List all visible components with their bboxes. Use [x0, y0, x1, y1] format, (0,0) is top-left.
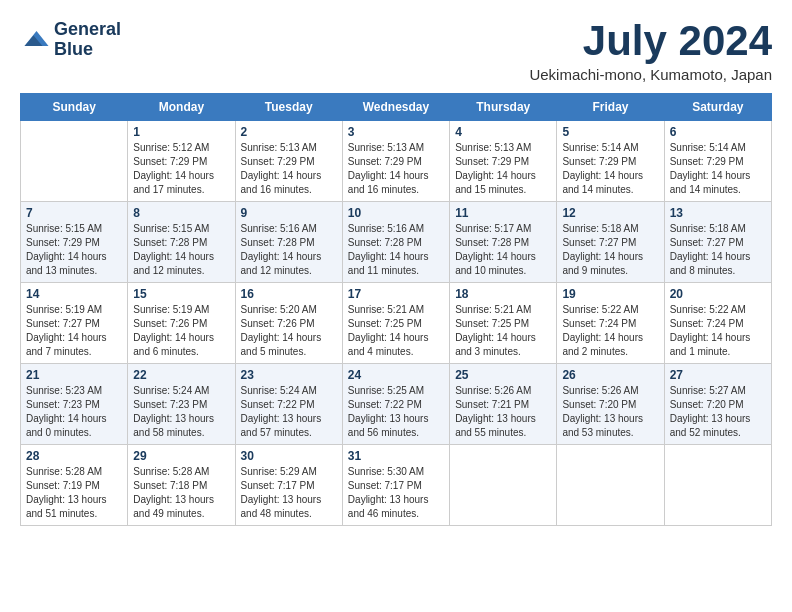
header-row: SundayMondayTuesdayWednesdayThursdayFrid…	[21, 94, 772, 121]
calendar-cell: 25Sunrise: 5:26 AM Sunset: 7:21 PM Dayli…	[450, 364, 557, 445]
day-info: Sunrise: 5:21 AM Sunset: 7:25 PM Dayligh…	[348, 303, 444, 359]
calendar-cell: 20Sunrise: 5:22 AM Sunset: 7:24 PM Dayli…	[664, 283, 771, 364]
day-number: 4	[455, 125, 551, 139]
header-day-friday: Friday	[557, 94, 664, 121]
calendar-cell: 14Sunrise: 5:19 AM Sunset: 7:27 PM Dayli…	[21, 283, 128, 364]
day-number: 13	[670, 206, 766, 220]
calendar-cell: 3Sunrise: 5:13 AM Sunset: 7:29 PM Daylig…	[342, 121, 449, 202]
day-number: 19	[562, 287, 658, 301]
calendar-cell: 8Sunrise: 5:15 AM Sunset: 7:28 PM Daylig…	[128, 202, 235, 283]
header-day-saturday: Saturday	[664, 94, 771, 121]
calendar-cell: 28Sunrise: 5:28 AM Sunset: 7:19 PM Dayli…	[21, 445, 128, 526]
day-number: 1	[133, 125, 229, 139]
header-day-wednesday: Wednesday	[342, 94, 449, 121]
day-info: Sunrise: 5:19 AM Sunset: 7:26 PM Dayligh…	[133, 303, 229, 359]
calendar-cell: 2Sunrise: 5:13 AM Sunset: 7:29 PM Daylig…	[235, 121, 342, 202]
header-day-thursday: Thursday	[450, 94, 557, 121]
day-info: Sunrise: 5:18 AM Sunset: 7:27 PM Dayligh…	[562, 222, 658, 278]
calendar-cell: 30Sunrise: 5:29 AM Sunset: 7:17 PM Dayli…	[235, 445, 342, 526]
week-row-3: 14Sunrise: 5:19 AM Sunset: 7:27 PM Dayli…	[21, 283, 772, 364]
calendar-cell: 17Sunrise: 5:21 AM Sunset: 7:25 PM Dayli…	[342, 283, 449, 364]
day-number: 3	[348, 125, 444, 139]
day-number: 17	[348, 287, 444, 301]
day-number: 24	[348, 368, 444, 382]
calendar-cell: 12Sunrise: 5:18 AM Sunset: 7:27 PM Dayli…	[557, 202, 664, 283]
calendar-cell: 7Sunrise: 5:15 AM Sunset: 7:29 PM Daylig…	[21, 202, 128, 283]
calendar-cell: 29Sunrise: 5:28 AM Sunset: 7:18 PM Dayli…	[128, 445, 235, 526]
calendar-table: SundayMondayTuesdayWednesdayThursdayFrid…	[20, 93, 772, 526]
day-number: 26	[562, 368, 658, 382]
calendar-cell	[664, 445, 771, 526]
title-section: July 2024 Uekimachi-mono, Kumamoto, Japa…	[529, 20, 772, 83]
header-day-monday: Monday	[128, 94, 235, 121]
day-number: 15	[133, 287, 229, 301]
day-info: Sunrise: 5:12 AM Sunset: 7:29 PM Dayligh…	[133, 141, 229, 197]
day-info: Sunrise: 5:24 AM Sunset: 7:22 PM Dayligh…	[241, 384, 337, 440]
day-number: 2	[241, 125, 337, 139]
day-number: 25	[455, 368, 551, 382]
day-info: Sunrise: 5:30 AM Sunset: 7:17 PM Dayligh…	[348, 465, 444, 521]
day-number: 31	[348, 449, 444, 463]
calendar-cell: 4Sunrise: 5:13 AM Sunset: 7:29 PM Daylig…	[450, 121, 557, 202]
calendar-cell: 16Sunrise: 5:20 AM Sunset: 7:26 PM Dayli…	[235, 283, 342, 364]
day-number: 16	[241, 287, 337, 301]
day-number: 12	[562, 206, 658, 220]
calendar-cell	[450, 445, 557, 526]
day-number: 20	[670, 287, 766, 301]
calendar-cell: 10Sunrise: 5:16 AM Sunset: 7:28 PM Dayli…	[342, 202, 449, 283]
day-info: Sunrise: 5:29 AM Sunset: 7:17 PM Dayligh…	[241, 465, 337, 521]
header-day-sunday: Sunday	[21, 94, 128, 121]
month-title: July 2024	[529, 20, 772, 62]
calendar-cell	[21, 121, 128, 202]
day-info: Sunrise: 5:13 AM Sunset: 7:29 PM Dayligh…	[348, 141, 444, 197]
header-day-tuesday: Tuesday	[235, 94, 342, 121]
day-info: Sunrise: 5:28 AM Sunset: 7:19 PM Dayligh…	[26, 465, 122, 521]
calendar-cell: 6Sunrise: 5:14 AM Sunset: 7:29 PM Daylig…	[664, 121, 771, 202]
calendar-cell: 18Sunrise: 5:21 AM Sunset: 7:25 PM Dayli…	[450, 283, 557, 364]
calendar-cell: 19Sunrise: 5:22 AM Sunset: 7:24 PM Dayli…	[557, 283, 664, 364]
week-row-2: 7Sunrise: 5:15 AM Sunset: 7:29 PM Daylig…	[21, 202, 772, 283]
calendar-cell: 27Sunrise: 5:27 AM Sunset: 7:20 PM Dayli…	[664, 364, 771, 445]
calendar-cell: 21Sunrise: 5:23 AM Sunset: 7:23 PM Dayli…	[21, 364, 128, 445]
day-number: 6	[670, 125, 766, 139]
calendar-cell: 1Sunrise: 5:12 AM Sunset: 7:29 PM Daylig…	[128, 121, 235, 202]
day-number: 29	[133, 449, 229, 463]
day-info: Sunrise: 5:22 AM Sunset: 7:24 PM Dayligh…	[562, 303, 658, 359]
day-info: Sunrise: 5:27 AM Sunset: 7:20 PM Dayligh…	[670, 384, 766, 440]
day-info: Sunrise: 5:14 AM Sunset: 7:29 PM Dayligh…	[562, 141, 658, 197]
calendar-cell: 13Sunrise: 5:18 AM Sunset: 7:27 PM Dayli…	[664, 202, 771, 283]
day-number: 8	[133, 206, 229, 220]
day-number: 21	[26, 368, 122, 382]
calendar-cell: 24Sunrise: 5:25 AM Sunset: 7:22 PM Dayli…	[342, 364, 449, 445]
logo-text: General Blue	[54, 20, 121, 60]
day-info: Sunrise: 5:28 AM Sunset: 7:18 PM Dayligh…	[133, 465, 229, 521]
day-info: Sunrise: 5:22 AM Sunset: 7:24 PM Dayligh…	[670, 303, 766, 359]
calendar-cell: 9Sunrise: 5:16 AM Sunset: 7:28 PM Daylig…	[235, 202, 342, 283]
logo: General Blue	[20, 20, 121, 60]
day-number: 9	[241, 206, 337, 220]
calendar-cell: 11Sunrise: 5:17 AM Sunset: 7:28 PM Dayli…	[450, 202, 557, 283]
week-row-1: 1Sunrise: 5:12 AM Sunset: 7:29 PM Daylig…	[21, 121, 772, 202]
calendar-cell: 22Sunrise: 5:24 AM Sunset: 7:23 PM Dayli…	[128, 364, 235, 445]
day-number: 5	[562, 125, 658, 139]
day-number: 18	[455, 287, 551, 301]
calendar-cell: 26Sunrise: 5:26 AM Sunset: 7:20 PM Dayli…	[557, 364, 664, 445]
header: General Blue July 2024 Uekimachi-mono, K…	[20, 20, 772, 83]
day-number: 22	[133, 368, 229, 382]
day-number: 27	[670, 368, 766, 382]
day-info: Sunrise: 5:23 AM Sunset: 7:23 PM Dayligh…	[26, 384, 122, 440]
day-number: 14	[26, 287, 122, 301]
location-title: Uekimachi-mono, Kumamoto, Japan	[529, 66, 772, 83]
day-info: Sunrise: 5:16 AM Sunset: 7:28 PM Dayligh…	[241, 222, 337, 278]
day-info: Sunrise: 5:24 AM Sunset: 7:23 PM Dayligh…	[133, 384, 229, 440]
day-info: Sunrise: 5:16 AM Sunset: 7:28 PM Dayligh…	[348, 222, 444, 278]
day-info: Sunrise: 5:20 AM Sunset: 7:26 PM Dayligh…	[241, 303, 337, 359]
day-info: Sunrise: 5:26 AM Sunset: 7:20 PM Dayligh…	[562, 384, 658, 440]
day-number: 28	[26, 449, 122, 463]
day-info: Sunrise: 5:21 AM Sunset: 7:25 PM Dayligh…	[455, 303, 551, 359]
day-number: 7	[26, 206, 122, 220]
calendar-cell: 5Sunrise: 5:14 AM Sunset: 7:29 PM Daylig…	[557, 121, 664, 202]
day-info: Sunrise: 5:25 AM Sunset: 7:22 PM Dayligh…	[348, 384, 444, 440]
logo-icon	[20, 25, 50, 55]
day-info: Sunrise: 5:26 AM Sunset: 7:21 PM Dayligh…	[455, 384, 551, 440]
